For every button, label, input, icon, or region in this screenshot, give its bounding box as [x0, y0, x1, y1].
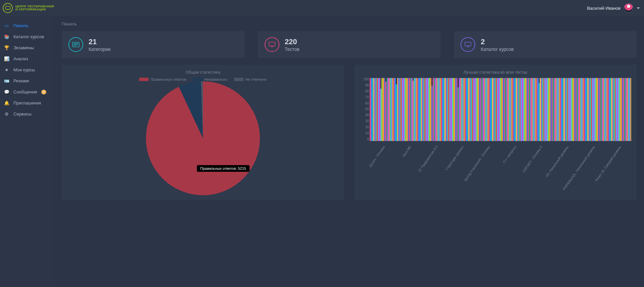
chart-title: Общая статистика [66, 70, 339, 75]
messages-badge: 0 [41, 90, 47, 94]
star-icon: ★ [4, 67, 9, 72]
svg-rect-1 [7, 9, 9, 10]
book-icon: 📚 [4, 34, 9, 39]
legend-label: Неправильно [204, 77, 227, 81]
card-categories[interactable]: 21 Категории [62, 31, 245, 58]
legend-item[interactable]: Правильных ответов [139, 77, 186, 81]
stat-cards: 21 Категории 220 Тестов 2 Каталог курсов [62, 31, 637, 58]
pie-tooltip: Правильных ответов: 5215 [197, 165, 250, 172]
legend-item[interactable]: Неправильно [193, 77, 227, 81]
svg-rect-6 [269, 42, 275, 46]
sidebar-item-exams[interactable]: 🏆 Экзамены [0, 42, 54, 53]
list-icon [68, 37, 83, 52]
sidebar-item-label: Сообщения [13, 89, 37, 94]
logo-icon [3, 3, 13, 13]
charts-row: Общая статистика Правильных ответов Непр… [62, 65, 637, 200]
legend-label: Не отвечено [246, 77, 267, 81]
bars [370, 77, 632, 141]
chart-title: Лучшая статистика во всех тестах [359, 70, 632, 75]
sidebar-item-label: Сервисы [13, 112, 32, 117]
sidebar-item-resume[interactable]: 🪪 Резюме [0, 75, 54, 86]
header: ЦЕНТР ТЕСТИРОВАНИЯ И СЕРТИФИКАЦИИ Васили… [0, 0, 644, 16]
monitor-icon [461, 37, 475, 52]
card-courses[interactable]: 2 Каталог курсов [454, 31, 637, 58]
id-icon: 🪪 [4, 78, 9, 83]
main: Панель 21 Категории 220 Тестов [54, 16, 644, 287]
panel-icon: ▭ [4, 23, 9, 28]
card-value: 2 [481, 38, 514, 46]
sidebar-item-invites[interactable]: 🔔 Приглашения [0, 97, 54, 109]
sidebar-item-label: Анализ [13, 56, 28, 61]
y-axis-labels: 1009080706050403020100 [360, 77, 369, 141]
pie-chart-panel: Общая статистика Правильных ответов Непр… [62, 65, 344, 200]
avatar [624, 3, 633, 13]
card-label: Каталог курсов [481, 47, 514, 52]
card-label: Тестов [285, 47, 300, 52]
sidebar-item-messages[interactable]: 💬 Сообщения 0 [0, 86, 54, 97]
chat-icon: 💬 [4, 89, 9, 94]
chevron-down-icon [637, 7, 640, 9]
svg-rect-9 [465, 42, 471, 46]
card-value: 21 [89, 38, 111, 46]
sidebar: ▭ Панель 📚 Каталог курсов 🏆 Экзамены 📊 А… [0, 16, 54, 287]
card-label: Категории [89, 47, 111, 52]
legend-label: Правильных ответов [151, 77, 186, 81]
sidebar-item-label: Резюме [13, 78, 29, 83]
chart-icon: 📊 [4, 56, 9, 61]
card-tests[interactable]: 220 Тестов [258, 31, 441, 58]
user-name: Василий Иванов [587, 6, 621, 11]
sidebar-item-label: Приглашения [13, 100, 41, 105]
pie-chart[interactable] [146, 81, 260, 195]
bar-chart[interactable]: 1009080706050403020100 [370, 77, 632, 141]
card-value: 220 [285, 38, 300, 46]
sidebar-item-mycourses[interactable]: ★ Мои курсы [0, 64, 54, 75]
sidebar-item-catalog[interactable]: 📚 Каталог курсов [0, 31, 54, 42]
x-axis-labels: jQuery - ОсновыJava ME1С Предприятие 8.0… [370, 143, 632, 183]
logo-line2: И СЕРТИФИКАЦИИ [15, 8, 54, 11]
sidebar-item-label: Каталог курсов [13, 34, 44, 39]
pie-wrap [66, 83, 339, 194]
sidebar-item-panel[interactable]: ▭ Панель [0, 20, 54, 31]
svg-rect-0 [5, 6, 10, 9]
sidebar-item-label: Мои курсы [13, 67, 35, 72]
breadcrumb: Панель [62, 21, 637, 26]
logo-text: ЦЕНТР ТЕСТИРОВАНИЯ И СЕРТИФИКАЦИИ [15, 5, 54, 11]
sidebar-item-analysis[interactable]: 📊 Анализ [0, 53, 54, 64]
trophy-icon: 🏆 [4, 45, 9, 50]
logo[interactable]: ЦЕНТР ТЕСТИРОВАНИЯ И СЕРТИФИКАЦИИ [3, 3, 54, 13]
legend-item[interactable]: Не отвечено [234, 77, 267, 81]
sidebar-item-label: Экзамены [13, 45, 34, 50]
monitor-icon [265, 37, 279, 52]
sidebar-item-services[interactable]: ⚙ Сервисы [0, 109, 54, 120]
pie-legend[interactable]: Правильных ответов Неправильно Не отвече… [66, 77, 339, 81]
bell-icon: 🔔 [4, 100, 9, 105]
gear-icon: ⚙ [4, 112, 9, 117]
user-menu[interactable]: Василий Иванов [587, 3, 640, 13]
bar-chart-panel: Лучшая статистика во всех тестах 1009080… [354, 65, 637, 200]
sidebar-item-label: Панель [13, 23, 29, 28]
